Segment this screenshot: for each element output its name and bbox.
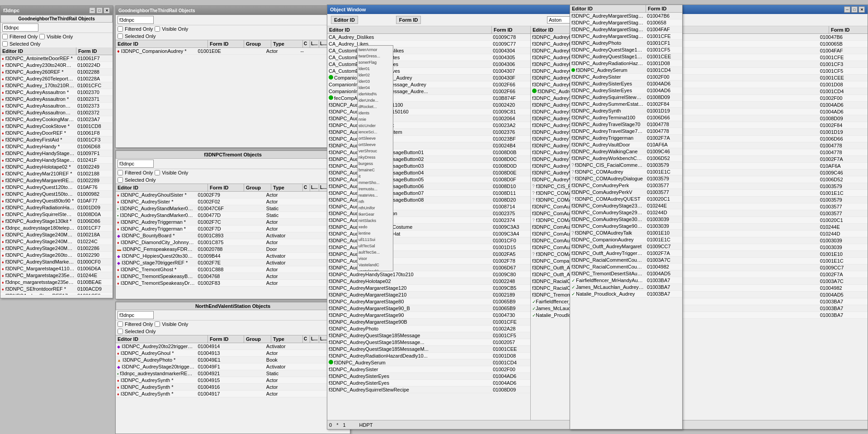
table-row[interactable]: ♦ f3DNPC_AudreyMar210REF *01002188 (0, 170, 113, 177)
table-row[interactable]: f3DNPC_AudreyMargaretStage90B01001CFE (570, 33, 682, 40)
table-row[interactable]: f3DNPC_Outft_AudreyMargaret01009CC7 (570, 243, 682, 250)
table-row[interactable]: ♦ f3DNPC_AudreyQuest80to90 *010AF77 (0, 198, 113, 204)
col-editor-id-3[interactable]: Editor ID (116, 184, 208, 191)
table-row[interactable]: ♦ f3DNPC_AudreyStage130kit *01006D86 (0, 218, 113, 225)
table-row[interactable]: ♦ f3DNPC_AudreyHolotape02 *01002249 (0, 164, 113, 170)
table-row[interactable]: ♦ f3DNPCAudreyStageREF170to180 *01001CF6 (0, 292, 113, 295)
main-minimize-btn[interactable]: ─ (844, 6, 850, 13)
col-editor-id-main[interactable]: Editor ID (327, 26, 492, 33)
table-row[interactable]: ▲ I3DNPC_AudreyPhoto *010049E1Book(.Y (116, 357, 350, 363)
table-row[interactable]: f3DNPC_AudreyWorkbenchCooking...01006D52 (570, 155, 682, 162)
filtered-only-cb-4[interactable] (118, 321, 123, 327)
table-row[interactable]: ♦ f3DNPC_AudreyAssaultron *01002370 (0, 89, 113, 96)
table-row[interactable]: ♦ I3DNPC_AudreySynth *01004915Actor-- (116, 377, 350, 384)
table-row[interactable]: ◆ I3DNPC_BountyBoard *01001C893Activator… (116, 232, 350, 239)
col-editor-id-1[interactable]: Editor ID (0, 47, 76, 55)
table-row[interactable]: ♦ I3DNPC_TremontGhost *01001C888Actor(.Y (116, 266, 350, 273)
main-close-btn[interactable]: ✕ (859, 6, 865, 13)
table-row[interactable]: ♦ I3DNPC_TremontSpeakeasyBarte...0100476… (116, 273, 350, 280)
panel4-scroll[interactable]: ◆ I3DNPC_Audrey20to22triggerREF...010049… (116, 343, 350, 397)
table-row[interactable]: ✓James_McLauchlan_AudreyFather01003BA7 (570, 284, 682, 291)
filter-input-4[interactable] (118, 311, 154, 319)
table-row[interactable]: f3DNPC_AudreySister01002F00 (327, 366, 530, 373)
table-row[interactable]: ♦ I3DNPC_AudreyTriggerman *01002F7DActor… (116, 226, 350, 232)
table-row[interactable]: f3DNPC_AudreyMargaretStage21001002189 (327, 292, 530, 298)
table-row[interactable]: f3DNPC_AudreySisterEyes01004AD6 (570, 80, 682, 87)
table-row[interactable]: f3DNPC_AudreySisterEyes01004AD6 (327, 380, 530, 387)
col-form-id-1[interactable]: Form ID (76, 47, 113, 55)
table-row[interactable]: f3DNPC_AudreyMargaretStage12001009CB5 (327, 285, 530, 292)
table-row[interactable]: f3DNPC_AudreySisterEyes01004AD6 (570, 87, 682, 94)
selected-only-cb-3[interactable] (118, 177, 123, 183)
table-row[interactable]: ◆ I3DNPC_HippiesQuest20to30REF...01009B4… (116, 253, 350, 259)
table-row[interactable]: f3DNPC_AudreyMargaretStage9001004730 (327, 312, 530, 319)
main-maximize-btn[interactable]: □ (851, 6, 858, 13)
table-row[interactable]: ♦ f3DNPC_AudreyAssaultronMarker...010023… (0, 109, 113, 116)
table-row[interactable]: f3DNPC_AudreyQuestStage185MessageM...010… (327, 346, 530, 353)
visible-only-cb-4[interactable] (155, 321, 160, 327)
table-row[interactable]: ♦ f3dnpc_audreystage180teleplotma...0100… (0, 225, 113, 231)
table-row[interactable]: ▪ I3DNPC_AudreyStandMarker02R...010047C6… (116, 205, 350, 212)
table-row[interactable]: f3DNPC_ComAudreyPerkV01003577 (570, 189, 682, 196)
table-row[interactable]: f3DNPC_CompanionAudrey01001E1C (570, 236, 682, 243)
col-editor-id-re[interactable]: Editor ID (570, 5, 646, 12)
table-row[interactable]: ♦ f3DNPC_AudreyHandyStage160R...010241F (0, 157, 113, 164)
table-row[interactable]: f3DNPC_AudreyRadiationHazardDeadly10...0… (327, 353, 530, 359)
table-row[interactable]: f3DNPC_AudreyQuestStage185M...01001CEE (570, 53, 682, 60)
col-form-id-4[interactable]: Form ID (208, 335, 244, 343)
table-row[interactable]: f3DNPC_RacialCommentCount_Audrey01003A7C (570, 257, 682, 264)
table-row[interactable]: f3DNPC_AudreyQuestStage185Message01001CF… (327, 332, 530, 339)
filtered-only-cb-1[interactable] (2, 34, 8, 39)
table-row[interactable]: ♦ I3DNPC_AudreySister *01002F02Actor(.Y (116, 198, 350, 205)
visible-only-cb-2[interactable] (155, 26, 160, 32)
table-row[interactable]: ♦ f3DNPC_AudreyStage260to270RE...0100229… (0, 252, 113, 259)
table-row[interactable]: f3DNPC_AudreyVaultDoor010AF6A (570, 142, 682, 148)
table-row[interactable]: f3DNPC_Outft_AudreyTriggerman01002F7A (570, 250, 682, 257)
col-form-id-2[interactable]: Form ID (208, 40, 244, 47)
table-row[interactable]: ♦ f3DNPC_AudreyMargaretREF260 *01002289 (0, 177, 113, 184)
table-row[interactable]: f3DNPC_AudreyHandyStage170to21001009C80 (327, 271, 530, 278)
table-row[interactable]: ♦ f3DNPC_AudreyFirstAid *01001CF3 (0, 137, 113, 143)
right-edge-scroll[interactable]: f3DNPC_AudreyMargaretStage80010047B6f3DN… (570, 13, 682, 428)
col-form-id-3[interactable]: Form ID (208, 184, 244, 191)
table-row[interactable]: ▪ f3dnpc_audreystandmarkerREF00...010049… (116, 370, 350, 377)
table-row[interactable]: CA_Audrey_Dislikes01009C78 (327, 34, 530, 41)
minimize-btn[interactable]: ─ (89, 7, 95, 14)
table-row[interactable]: f3DNPC_AudreySerum01001CD4 (327, 359, 530, 366)
table-row[interactable]: f3DNPC_AudreyMargaretStage9001004FAF (570, 26, 682, 33)
table-row[interactable]: f3DNPC_AudreyTravelStage70_B01004778 (570, 128, 682, 135)
table-row[interactable]: ♦ I3DNPC_TremontSpeakeasyDrifter...01002… (116, 287, 350, 287)
table-row[interactable]: f3DNPC_ComAudreyStage90BackupGr...010030… (570, 223, 682, 230)
table-row[interactable]: ♦ f3DNPC_AudreyStage240MarkerRE...010021… (0, 231, 113, 238)
table-row[interactable]: f3DNPC_AudreyPhoto01001CF1 (570, 40, 682, 47)
maximize-btn[interactable]: □ (96, 7, 103, 14)
visible-only-cb-3[interactable] (155, 170, 160, 175)
table-row[interactable]: ▬ I3DNPC_FemspeakeasyFDREF *010020788Doo… (116, 246, 350, 253)
table-row[interactable]: ♦ f3DNPC_AudreyHandyStage160R...010097F1 (0, 150, 113, 157)
table-row[interactable]: ?f3DNPC_COMAudreyQUEST010020C1 (570, 196, 682, 203)
table-row[interactable]: ?f3DNPC_COMAudreyTalk01001E10 (570, 230, 682, 236)
col-form-id-re[interactable]: Form ID (646, 5, 682, 12)
filter-input-2[interactable] (118, 16, 154, 24)
table-row[interactable]: ♦ f3DNPC_AudreyAssaultronMarker...010023… (0, 103, 113, 109)
table-row[interactable]: ♦ f3DNPC_AudreyCookStove *01001CD8 (0, 123, 113, 130)
table-row[interactable]: ♦ f3DNPC_Margaretstage4110ttelep...01006… (0, 265, 113, 272)
table-row[interactable]: ?f3DNPC_CIS_FacialComments_Audrey0100357… (570, 162, 682, 169)
table-row[interactable]: ♦ f3DNPC_AudreyQuest150to160 *01000982 (0, 191, 113, 198)
table-row[interactable]: ◆ I3DNPC_stage70triggerREF *01002F7EActi… (116, 259, 350, 266)
col-editor-id-4[interactable]: Editor ID (116, 335, 208, 343)
table-row[interactable]: ◆ I3DNPC_Audrey20to22triggerREF...010049… (116, 343, 350, 350)
table-row[interactable]: f3DNPC_AudreyMargaretStage80010047B6 (570, 13, 682, 19)
filter-input-1[interactable] (2, 24, 38, 32)
table-row[interactable]: f3DNPC_AudreyTriggerman01002F7A (570, 135, 682, 142)
filter-input-3[interactable] (118, 160, 154, 168)
visible-only-cb-1[interactable] (39, 34, 45, 39)
table-row[interactable]: ♦ f3dnpc_margaretsstage235exitRE...0100B… (0, 279, 113, 286)
table-row[interactable]: ♦ f3DNPC_AudreyStage240MarkerRE...010224… (0, 238, 113, 245)
table-row[interactable]: ▪ I3DNPC_AudreyStandMarker03R...0100477D… (116, 212, 350, 219)
table-row[interactable]: ♦ f3DNPC_AntoinetteDoorREF *010061F7 (0, 55, 113, 62)
panel2-scroll[interactable]: ♦ I3DNPC_CompanionAudrey * 01001E0E Acto… (116, 48, 350, 55)
col-form-id-main[interactable]: Form ID (492, 26, 530, 33)
table-row[interactable]: ♦ f3DNPC_Audrey260REF *01002288 (0, 69, 113, 75)
table-row[interactable]: ♦ f3DNPC_SEfrontdoorREF *0100ACD9 (0, 286, 113, 292)
